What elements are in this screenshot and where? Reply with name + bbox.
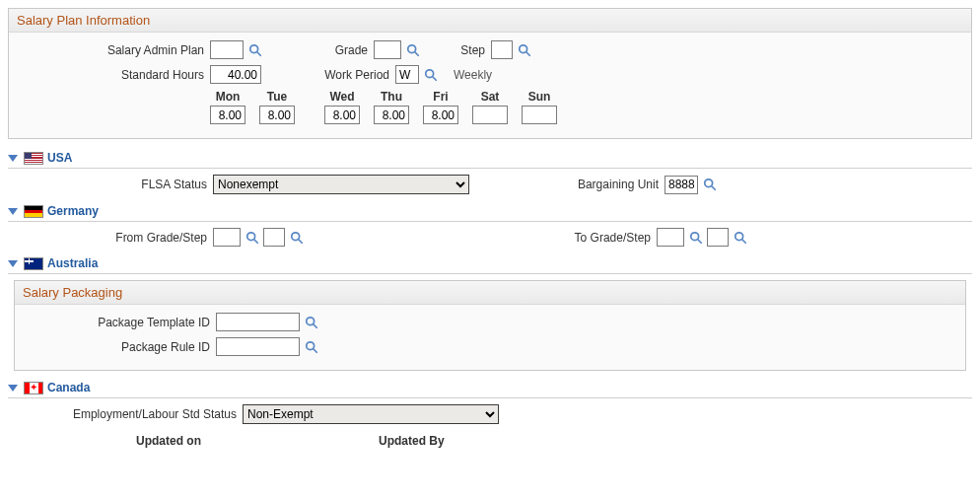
salary-admin-plan-lookup-icon[interactable] [247, 42, 262, 57]
canada-section: Canada Employment/Labour Std Status Non-… [8, 379, 972, 448]
germany-section: Germany From Grade/Step To Grade/Step [8, 202, 972, 247]
salary-plan-title: Salary Plan Information [9, 9, 971, 33]
day-col-tue: Tue [259, 90, 295, 124]
germany-flag-icon [24, 205, 43, 218]
day-header: Thu [381, 90, 402, 104]
day-header: Fri [433, 90, 448, 104]
from-grade-step-label: From Grade/Step [12, 231, 209, 245]
usa-section: USA FLSA Status Nonexempt Bargaining Uni… [8, 149, 972, 194]
from-step-input[interactable] [263, 228, 285, 247]
bargaining-unit-input[interactable] [665, 176, 698, 194]
day-col-sun: Sun [522, 90, 557, 124]
from-grade-input[interactable] [213, 228, 241, 247]
grade-label: Grade [266, 43, 370, 57]
grade-input[interactable] [374, 40, 401, 59]
work-period-descr: Weekly [454, 68, 492, 82]
usa-collapse-icon[interactable] [8, 155, 18, 162]
day-header: Sat [481, 90, 500, 104]
australia-flag-icon [24, 257, 43, 270]
canada-collapse-icon[interactable] [8, 385, 18, 392]
day-value-wed[interactable] [324, 106, 360, 124]
package-rule-id-label: Package Rule ID [25, 340, 212, 354]
australia-title: Australia [47, 256, 98, 270]
day-header: Mon [216, 90, 241, 104]
usa-title: USA [47, 151, 72, 165]
day-col-sat: Sat [472, 90, 508, 124]
package-rule-id-lookup-icon[interactable] [304, 339, 318, 354]
australia-collapse-icon[interactable] [8, 260, 18, 267]
bargaining-unit-lookup-icon[interactable] [702, 178, 717, 192]
day-col-fri: Fri [423, 90, 458, 124]
day-value-mon[interactable] [210, 106, 245, 124]
package-rule-id-input[interactable] [216, 337, 300, 356]
from-grade-lookup-icon[interactable] [245, 230, 259, 245]
bargaining-unit-label: Bargaining Unit [473, 178, 661, 191]
step-input[interactable] [491, 40, 513, 59]
day-col-thu: Thu [374, 90, 409, 124]
salary-packaging-groupbox: Salary Packaging Package Template ID Pac… [14, 280, 966, 371]
updated-on-label: Updated on [136, 434, 201, 448]
day-header: Tue [267, 90, 287, 104]
package-template-id-lookup-icon[interactable] [304, 315, 318, 329]
grade-lookup-icon[interactable] [405, 42, 420, 57]
to-grade-lookup-icon[interactable] [688, 230, 703, 245]
step-lookup-icon[interactable] [517, 42, 531, 57]
salary-admin-plan-input[interactable] [210, 40, 244, 59]
day-col-wed: Wed [324, 90, 360, 124]
emp-labour-std-status-select[interactable]: Non-Exempt [243, 404, 499, 424]
usa-flag-icon [24, 152, 43, 165]
work-period-label: Work Period [265, 68, 391, 82]
day-value-sun[interactable] [522, 106, 557, 124]
from-step-lookup-icon[interactable] [289, 230, 304, 245]
germany-title: Germany [47, 204, 99, 218]
day-col-mon: Mon [210, 90, 245, 124]
flsa-status-select[interactable]: Nonexempt [213, 175, 469, 194]
day-header: Sun [528, 90, 551, 104]
package-template-id-input[interactable] [216, 313, 300, 331]
work-period-lookup-icon[interactable] [423, 67, 438, 82]
standard-hours-input[interactable] [210, 65, 261, 84]
to-grade-input[interactable] [657, 228, 684, 247]
canada-flag-icon [24, 382, 43, 394]
flsa-status-label: FLSA Status [12, 178, 209, 191]
salary-packaging-title: Salary Packaging [15, 281, 965, 305]
to-step-input[interactable] [707, 228, 729, 247]
updated-by-label: Updated By [379, 434, 445, 448]
to-grade-step-label: To Grade/Step [308, 231, 653, 245]
day-value-tue[interactable] [259, 106, 295, 124]
work-period-input[interactable] [395, 65, 419, 84]
emp-labour-std-status-label: Employment/Labour Std Status [12, 407, 239, 421]
salary-admin-plan-label: Salary Admin Plan [19, 43, 206, 57]
day-header: Wed [329, 90, 354, 104]
to-step-lookup-icon[interactable] [733, 230, 747, 245]
germany-collapse-icon[interactable] [8, 208, 18, 215]
canada-title: Canada [47, 381, 90, 394]
day-value-sat[interactable] [472, 106, 508, 124]
step-label: Step [424, 43, 487, 57]
australia-section: Australia Salary Packaging Package Templ… [8, 254, 972, 371]
day-value-thu[interactable] [374, 106, 409, 124]
salary-plan-groupbox: Salary Plan Information Salary Admin Pla… [8, 8, 972, 139]
package-template-id-label: Package Template ID [25, 316, 212, 329]
standard-hours-label: Standard Hours [19, 68, 206, 82]
day-value-fri[interactable] [423, 106, 458, 124]
